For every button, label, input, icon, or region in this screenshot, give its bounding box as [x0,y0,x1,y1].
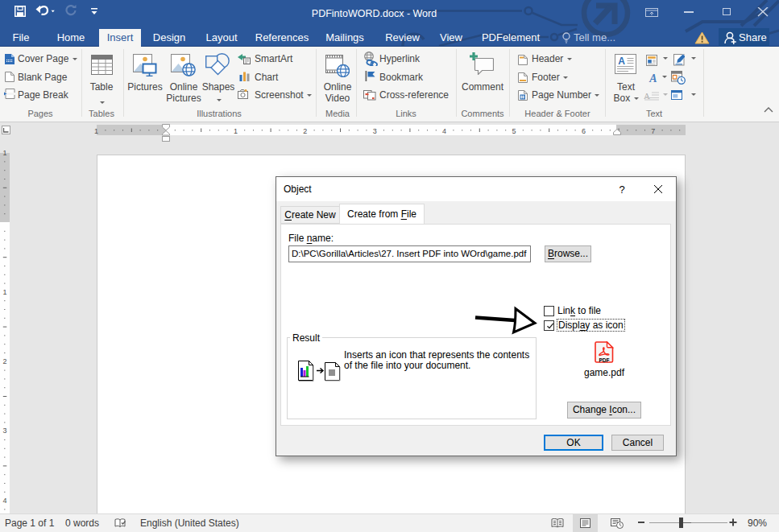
svg-text:A: A [648,72,657,83]
svg-text:A: A [618,56,625,67]
svg-text:3: 3 [2,427,6,435]
svg-text:5: 5 [512,127,516,135]
svg-text:3: 3 [373,127,377,135]
svg-text:1: 1 [94,127,98,135]
svg-text:6: 6 [582,127,586,135]
svg-text:1: 1 [2,149,6,157]
svg-text:1: 1 [234,127,238,135]
svg-text:2: 2 [2,357,6,365]
svg-text:7: 7 [651,127,655,135]
svg-text:PDF: PDF [599,357,610,363]
svg-text:2: 2 [303,127,307,135]
svg-text:1: 1 [2,288,6,296]
svg-text:4: 4 [2,497,6,505]
svg-text:4: 4 [442,127,446,135]
svg-text:A: A [644,91,650,101]
